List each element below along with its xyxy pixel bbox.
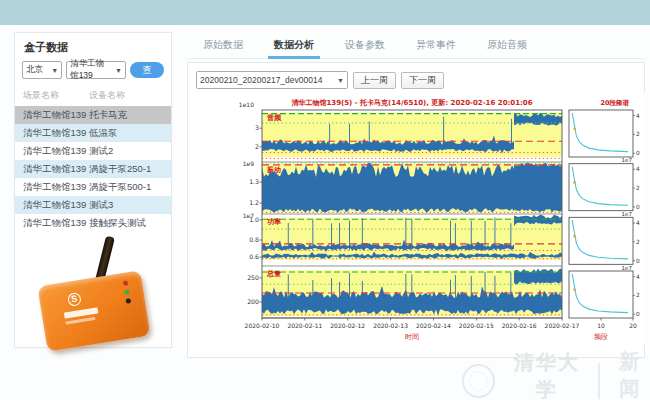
column-header-device: 设备名称: [89, 89, 125, 102]
event-spike: [471, 276, 472, 300]
tab-item[interactable]: 原始音频: [485, 32, 529, 58]
event-spike: [495, 218, 496, 251]
tsinghua-watermark: 清华大学 Tsinghua University 新闻 NEWS: [462, 348, 650, 400]
table-row[interactable]: 清华工物馆139托卡马克: [15, 106, 171, 124]
device-brand-subtext: [65, 317, 95, 325]
sidebar-title: 盒子数据: [15, 33, 171, 59]
spectrum-y-tick: 2: [636, 185, 640, 191]
tab-item[interactable]: 原始数据: [201, 32, 245, 58]
cell-device-name: 涡旋干泵500-1: [89, 181, 151, 194]
event-spike: [405, 218, 406, 250]
event-spike: [312, 219, 313, 250]
row-label: 总量: [266, 269, 281, 278]
table-row[interactable]: 清华工物馆139低温泵: [15, 124, 171, 142]
spectrum-marker: [573, 127, 576, 130]
spectrum-y-tick: 2: [636, 292, 640, 298]
chevron-down-icon: ▼: [337, 77, 344, 84]
event-spike: [455, 275, 456, 299]
tsinghua-cn-text: 清华大学: [504, 349, 589, 400]
monitoring-chart: 清华工物馆139(5) - 托卡马克(14/6510), 更新: 2020-02…: [228, 93, 646, 345]
device-logo-icon: S: [67, 292, 82, 307]
spectrum-y-tick: 0: [636, 311, 640, 317]
spectrum-marker: [573, 288, 576, 291]
event-spike: [349, 273, 350, 300]
event-spike: [485, 272, 486, 300]
spectrum-x-tick: 10: [597, 322, 605, 329]
watermark-divider: [598, 363, 600, 399]
table-row[interactable]: 清华工物馆139涡旋干泵500-1: [15, 178, 171, 196]
site-select[interactable]: 清华工物馆139 ▼: [66, 61, 126, 79]
dataset-select[interactable]: 20200210_20200217_dev00014 ▼: [196, 71, 348, 89]
site-select-value: 清华工物馆139: [70, 58, 112, 82]
tab-active[interactable]: 数据分析: [272, 32, 316, 58]
spectrum-title: 20段频谱: [600, 99, 629, 107]
cell-scene-name: 清华工物馆139: [23, 217, 89, 230]
spectrum-y-tick: 4: [636, 113, 640, 119]
event-spike: [443, 117, 444, 148]
cell-device-name: 测试2: [89, 145, 113, 158]
tab-bar: 原始数据数据分析设备参数异常事件原始音频: [187, 32, 645, 59]
y-tick-label: 2: [255, 143, 259, 150]
news-logotype: 新闻 NEWS: [609, 348, 650, 400]
tsinghua-seal-icon: [462, 364, 495, 398]
table-row[interactable]: 清华工物馆139测试2: [15, 142, 171, 160]
event-spike: [411, 275, 412, 300]
event-spike: [329, 124, 330, 147]
x-tick-label: 2020-02-15: [459, 322, 494, 329]
event-spike: [362, 281, 363, 300]
spectrum-y-tick: 0: [636, 204, 640, 210]
y-scale-label: 1e7: [243, 212, 255, 219]
event-spike: [450, 221, 451, 251]
led-green: [124, 289, 130, 295]
cell-scene-name: 清华工物馆139: [23, 127, 89, 140]
event-spike: [312, 280, 313, 300]
device-photo: S: [26, 240, 160, 346]
x-axis-label: 时间: [405, 333, 419, 341]
x-tick-label: 2020-02-11: [287, 322, 322, 329]
chart-title: 清华工物馆139(5) - 托卡马克(14/6510), 更新: 2020-02…: [291, 98, 532, 107]
event-spike: [369, 122, 370, 148]
event-spike: [495, 276, 496, 300]
event-spike: [455, 223, 456, 250]
spectrum-scale-label: 1e7: [622, 211, 633, 217]
spectrum-x-tick: 20: [629, 322, 637, 329]
search-button[interactable]: 查询: [130, 62, 164, 78]
y-scale-label: 1e10: [239, 101, 254, 108]
cell-device-name: 涡旋干泵250-1: [89, 163, 151, 176]
y-scale-label: 1e9: [243, 160, 255, 167]
x-tick-label: 2020-02-10: [245, 322, 280, 329]
dataset-select-value: 20200210_20200217_dev00014: [200, 75, 322, 85]
event-spike: [510, 272, 511, 299]
app-window: 盒子数据 北京 ▼ 清华工物馆139 ▼ 查询 场景名称 设备名称 清华工物馆1…: [0, 0, 650, 400]
table-row[interactable]: 清华工物馆139接触探头测试: [15, 214, 171, 232]
toolbar: 20200210_20200217_dev00014 ▼ 上一周 下一周: [188, 63, 644, 89]
cell-device-name: 低温泵: [89, 127, 118, 140]
led-red: [123, 280, 129, 286]
event-spike: [288, 275, 289, 300]
tab-item[interactable]: 设备参数: [343, 32, 387, 58]
y-tick-label: 3: [255, 124, 259, 131]
event-spike: [349, 221, 350, 251]
spectrum-y-tick: 2: [636, 131, 640, 137]
signal-series: [514, 163, 562, 213]
region-select[interactable]: 北京 ▼: [22, 61, 62, 79]
chevron-down-icon: ▼: [51, 67, 58, 74]
event-spike: [339, 223, 340, 250]
spectrum-marker: [573, 181, 576, 184]
next-week-button[interactable]: 下一周: [401, 72, 444, 89]
event-spike: [510, 223, 511, 250]
device-body: S: [37, 270, 150, 351]
spectrum-y-tick: 0: [636, 258, 640, 264]
event-spike: [339, 282, 340, 300]
event-spike: [471, 221, 472, 251]
event-spike: [288, 223, 289, 250]
cell-device-name: 接触探头测试: [89, 217, 146, 230]
tab-item[interactable]: 异常事件: [414, 32, 458, 58]
tsinghua-logotype: 清华大学 Tsinghua University: [504, 349, 589, 400]
event-spike: [362, 218, 363, 250]
table-row[interactable]: 清华工物馆139涡旋干泵250-1: [15, 160, 171, 178]
spectrum-y-tick: 4: [636, 166, 640, 172]
prev-week-button[interactable]: 上一周: [353, 72, 396, 89]
table-row[interactable]: 清华工物馆139测试3: [15, 196, 171, 214]
column-header-scene: 场景名称: [23, 89, 89, 102]
